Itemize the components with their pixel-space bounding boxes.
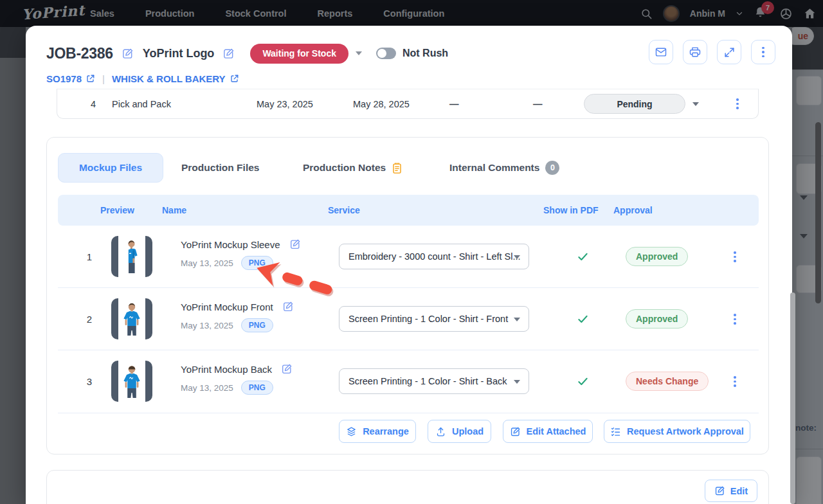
col-approval: Approval [613, 195, 653, 226]
expand-icon [723, 46, 736, 59]
row-index: 2 [82, 288, 97, 350]
row-kebab-menu[interactable] [731, 374, 739, 390]
job-id: JOB-2386 [46, 45, 113, 62]
select-caret-icon [514, 318, 520, 321]
edit-attached-button[interactable]: Edit Attached [503, 420, 593, 443]
tab-mockup-files[interactable]: Mockup Files [58, 153, 163, 183]
sales-order-link[interactable]: SO1978 [46, 73, 95, 84]
mockup-preview-image[interactable] [111, 236, 152, 277]
external-link-icon [230, 74, 239, 84]
milestone-due-date: May 28, 2025 [353, 89, 410, 118]
edit-icon [714, 485, 725, 496]
milestone-index: 4 [91, 89, 96, 118]
row-kebab-menu[interactable] [731, 311, 739, 327]
edit-file-name-icon[interactable] [281, 363, 293, 375]
show-in-pdf-check[interactable] [571, 288, 594, 350]
print-button[interactable] [683, 40, 707, 64]
tab-production-files[interactable]: Production Files [181, 153, 259, 183]
edit-section-button[interactable]: Edit [705, 480, 757, 502]
edit-icon [510, 426, 521, 437]
approval-status-badge: Approved [626, 247, 688, 266]
service-select[interactable]: Embroidery - 3000 count - Shirt - Left S… [339, 244, 529, 269]
file-date: May 13, 2025 [181, 321, 233, 330]
mail-icon [655, 46, 667, 59]
file-date: May 13, 2025 [181, 258, 233, 268]
file-type-badge: PNG [241, 318, 273, 332]
files-card: Mockup Files Production Files Production… [46, 137, 769, 455]
tab-internal-comments[interactable]: Internal Comments 0 [449, 153, 559, 183]
col-service: Service [328, 195, 360, 226]
job-title: YoPrint Logo [143, 47, 215, 60]
more-options-button[interactable] [751, 40, 775, 64]
table-row: 1 YoPrint Mockup Sleeve May 13, 2025 PNG [58, 226, 759, 288]
layers-icon [346, 426, 357, 437]
annotation-arrow-icon [253, 257, 336, 300]
job-status-badge[interactable]: Waiting for Stock [250, 44, 348, 64]
rearrange-button[interactable]: Rearrange [339, 420, 416, 443]
milestone-kebab-menu[interactable] [734, 96, 741, 112]
row-index: 1 [82, 226, 97, 288]
comments-count-badge: 0 [545, 161, 559, 175]
kebab-icon [759, 44, 767, 60]
files-actions-bar: Rearrange Upload Edit Attached Request A… [58, 413, 759, 455]
status-caret-icon[interactable] [356, 51, 362, 55]
show-in-pdf-check[interactable] [571, 226, 594, 288]
rush-toggle[interactable] [376, 48, 396, 59]
show-in-pdf-check[interactable] [571, 350, 594, 413]
select-caret-icon [514, 255, 520, 259]
check-icon [577, 313, 589, 325]
file-name: YoPrint Mockup Sleeve [181, 239, 280, 250]
modal-scrollbar[interactable] [790, 292, 795, 504]
milestone-name: Pick and Pack [112, 89, 171, 118]
edit-file-name-icon[interactable] [282, 301, 294, 312]
milestone-status-dropdown[interactable]: Pending [584, 94, 685, 114]
printer-icon [689, 46, 701, 59]
email-button[interactable] [649, 40, 673, 64]
file-name: YoPrint Mockup Front [181, 302, 273, 312]
notepad-icon [392, 162, 402, 174]
mockup-preview-image[interactable] [111, 361, 152, 402]
check-icon [577, 375, 589, 388]
milestone-empty-value: — [449, 89, 459, 118]
col-name: Name [162, 195, 186, 226]
edit-file-name-icon[interactable] [289, 239, 301, 250]
row-index: 3 [82, 350, 97, 413]
col-preview: Preview [100, 195, 134, 226]
files-table-header: Preview Name Service Show in PDF Approva… [58, 195, 759, 226]
tab-production-notes[interactable]: Production Notes [303, 153, 402, 183]
approval-status-badge: Needs Change [626, 372, 709, 391]
external-link-icon [86, 74, 95, 84]
check-icon [577, 251, 589, 263]
service-select[interactable]: Screen Printing - 1 Color - Shirt - Back [339, 368, 529, 394]
customer-link[interactable]: WHISK & ROLL BAKERY [112, 73, 239, 84]
file-type-badge: PNG [241, 381, 273, 395]
table-row: 3 YoPrint Mockup Back May 13, 2025 PNG [58, 350, 759, 413]
col-show-in-pdf: Show in PDF [543, 195, 599, 226]
file-date: May 13, 2025 [181, 383, 233, 393]
links-divider: | [101, 73, 106, 84]
expand-button[interactable] [717, 40, 741, 64]
upload-icon [435, 426, 446, 437]
select-caret-icon [514, 380, 520, 384]
milestone-table-fragment: 4 Pick and Pack May 23, 2025 May 28, 202… [57, 89, 759, 119]
table-row: 2 YoPrint Mockup Front May 13, 2025 PNG [58, 288, 759, 350]
service-select[interactable]: Screen Printing - 1 Color - Shirt - Fron… [339, 306, 529, 332]
mockup-preview-image[interactable] [111, 298, 152, 339]
milestone-status-caret-icon[interactable] [692, 102, 699, 106]
request-artwork-approval-button[interactable]: Request Artwork Approval [604, 420, 750, 443]
file-name: YoPrint Mockup Back [181, 364, 272, 375]
row-kebab-menu[interactable] [731, 249, 739, 265]
milestone-start-date: May 23, 2025 [257, 89, 313, 118]
edit-job-title-icon[interactable] [222, 48, 235, 60]
checklist-icon [610, 426, 621, 437]
screen: YoPrint Sales Production Stock Control R… [0, 0, 823, 504]
upload-button[interactable]: Upload [428, 420, 491, 443]
job-detail-modal: JOB-2386 YoPrint Logo Waiting for Stock … [26, 26, 792, 504]
approval-status-badge: Approved [626, 309, 688, 328]
bottom-section-card: Edit [46, 470, 769, 504]
edit-job-id-icon[interactable] [122, 48, 134, 60]
rush-label: Not Rush [402, 48, 448, 59]
milestone-empty-value: — [533, 89, 543, 118]
